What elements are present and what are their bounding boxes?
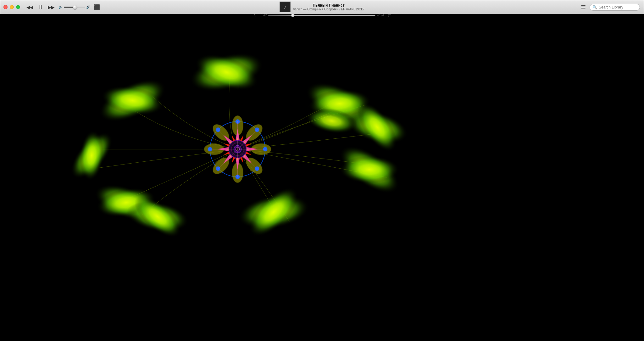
track-info-row: ♪ Пьяный Пианист Vanich — Официный Оборо… [280, 2, 364, 12]
app-window: ◀◀ ⏸ ▶▶ 🔈 🔊 ⬛ ♪ Пьяный Пианист Vanich — … [0, 0, 644, 341]
center-player: ♪ Пьяный Пианист Vanich — Официный Оборо… [253, 2, 391, 18]
track-artist: Vanich — Официный Оборотень EP /RAN019CD… [293, 8, 364, 11]
repeat-icon[interactable]: ↻ [253, 13, 257, 18]
traffic-lights [0, 5, 20, 9]
search-input[interactable] [599, 5, 636, 9]
volume-slider[interactable] [64, 7, 85, 8]
playlist-button[interactable]: ☰ [580, 3, 587, 11]
shuffle-icon[interactable]: ⇄ [387, 13, 391, 18]
minimize-button[interactable] [10, 5, 14, 9]
volume-thumb [73, 5, 77, 9]
progress-thumb [291, 14, 295, 17]
right-controls: ☰ 🔍 [580, 0, 640, 14]
album-art: ♪ [280, 2, 291, 12]
pause-button[interactable]: ⏸ [36, 3, 45, 11]
next-button[interactable]: ▶▶ [47, 4, 56, 10]
track-details: Пьяный Пианист Vanich — Официный Обороте… [293, 3, 364, 11]
volume-slider-container: 🔈 🔊 [58, 5, 91, 9]
titlebar: ◀◀ ⏸ ▶▶ 🔈 🔊 ⬛ ♪ Пьяный Пианист Vanich — … [0, 0, 644, 14]
time-elapsed: 0:42 [258, 14, 267, 17]
airplay-button[interactable]: ⬛ [92, 3, 101, 11]
svg-rect-0 [1, 14, 643, 341]
close-button[interactable] [3, 5, 8, 9]
progress-bar[interactable] [269, 15, 375, 16]
viz-canvas [0, 14, 644, 341]
rewind-button[interactable]: ◀◀ [25, 4, 35, 10]
volume-high-icon: 🔊 [86, 5, 91, 9]
search-box: 🔍 [590, 4, 640, 11]
maximize-button[interactable] [16, 5, 20, 9]
volume-low-icon: 🔈 [58, 5, 63, 9]
progress-row: ↻ 0:42 -2:24 ⇄ [253, 13, 391, 18]
svg-point-18 [340, 156, 399, 183]
music-note-icon: ♪ [284, 4, 286, 10]
progress-fill [269, 15, 293, 16]
time-remaining: -2:24 [377, 14, 386, 17]
search-icon: 🔍 [592, 5, 597, 9]
playback-controls: ◀◀ ⏸ ▶▶ [25, 3, 56, 11]
track-title: Пьяный Пианист [313, 3, 344, 8]
visualization-area [0, 14, 644, 341]
